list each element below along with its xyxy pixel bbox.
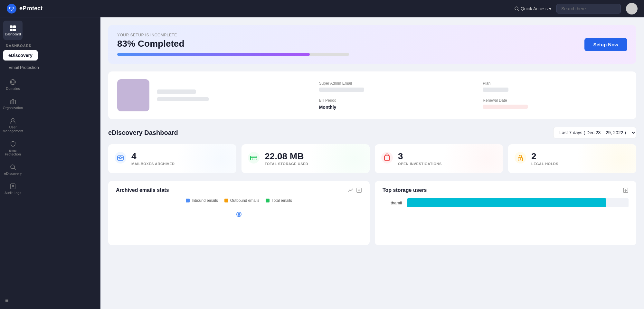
storage-bar-fill (407, 198, 606, 207)
mailboxes-icon (115, 152, 126, 166)
renewal-date-value (483, 105, 528, 109)
svg-point-14 (12, 118, 14, 121)
investigations-icon (381, 152, 393, 166)
total-label: Total emails (271, 198, 292, 203)
svg-rect-4 (10, 25, 13, 28)
legal-holds-number: 2 (531, 152, 558, 162)
email-protection-icon-label: Email Protection (4, 148, 22, 156)
top-storage-users-title: Top storage users (383, 187, 427, 193)
top-storage-actions (623, 187, 629, 193)
svg-point-30 (254, 158, 255, 159)
sidebar-top-section: DASHBOARD eDiscovery Email Protection (0, 42, 100, 73)
top-storage-users-header: Top storage users (383, 187, 629, 193)
svg-rect-11 (10, 101, 12, 104)
charts-grid: Archived emails stats (108, 181, 636, 245)
stat-bg-storage (293, 144, 370, 173)
svg-line-16 (14, 168, 16, 170)
dashboard-label: Dashboard (5, 33, 21, 36)
storage-bar-container (407, 198, 629, 207)
sidebar-item-user-management[interactable]: User Management (3, 114, 23, 136)
chevron-down-icon: ▾ (549, 6, 551, 11)
audit-logs-label: Audit Logs (5, 191, 21, 195)
ediscovery-section: eDiscovery Dashboard Last 7 days ( Dec 2… (108, 127, 636, 245)
svg-point-29 (252, 158, 253, 159)
archived-emails-legend: Inbound emails Outbound emails Total ema… (116, 198, 362, 203)
email-protection-nav-item[interactable]: Email Protection (3, 62, 97, 73)
svg-point-35 (520, 158, 521, 160)
svg-rect-5 (13, 25, 16, 28)
profile-avatar (117, 79, 149, 111)
app-name: eProtect (19, 5, 43, 12)
storage-users-list: thamil (383, 198, 629, 207)
legend-inbound: Inbound emails (186, 198, 218, 203)
sidebar: Dashboard DASHBOARD eDiscovery Email Pro… (0, 17, 100, 309)
sidebar-item-ediscovery[interactable]: eDiscovery (3, 161, 23, 179)
plan-item: Plan (483, 81, 627, 92)
search-input[interactable] (556, 4, 621, 14)
trend-icon[interactable] (348, 187, 354, 193)
inbound-dot (186, 199, 190, 202)
renewal-date-label: Renewal Date (483, 98, 627, 103)
nav-right: Quick Access ▾ (514, 3, 638, 14)
collapse-sidebar-button[interactable]: ≡ (5, 297, 9, 304)
ediscovery-section-title: eDiscovery Dashboard (108, 129, 178, 136)
globe-icon (10, 79, 16, 85)
ediscovery-label: eDiscovery (4, 172, 22, 175)
legend-total: Total emails (266, 198, 292, 203)
legend-outbound: Outbound emails (224, 198, 260, 203)
svg-rect-7 (13, 29, 16, 31)
domains-label: Domains (6, 87, 20, 90)
progress-bar-container (117, 53, 349, 56)
super-admin-email-value (319, 88, 364, 92)
sidebar-item-domains[interactable]: Domains (3, 76, 23, 94)
logo-area: 🛡 eProtect (6, 4, 514, 14)
sidebar-item-organization[interactable]: Organization (3, 95, 23, 113)
dashboard-icon (9, 25, 16, 32)
legal-holds-icon (515, 152, 526, 166)
archived-emails-chart: Archived emails stats (108, 181, 370, 245)
export-icon[interactable] (356, 187, 362, 193)
storage-icon (248, 152, 260, 166)
stat-card-investigations: 3 OPEN INVESTIGATIONS (375, 144, 503, 173)
outbound-dot (224, 199, 228, 202)
total-dot (266, 199, 270, 202)
setup-now-button[interactable]: Setup Now (584, 38, 628, 51)
super-admin-email-label: Super Admin Email (319, 81, 464, 86)
ediscovery-tab-button[interactable]: eDiscovery (3, 50, 38, 61)
export-icon-2[interactable] (623, 187, 629, 193)
quick-access-label: Quick Access (521, 6, 548, 11)
stat-card-storage: 22.08 MB TOTAL STORAGE USED (242, 144, 370, 173)
user-icon (10, 117, 16, 124)
stat-bg-mailboxes (159, 144, 236, 173)
top-storage-users-chart: Top storage users thamil (375, 181, 636, 245)
profile-meta: Super Admin Email Plan Bill Period Month… (319, 81, 627, 110)
audit-logs-icon (10, 183, 16, 190)
super-admin-email-item: Super Admin Email (319, 81, 464, 92)
main-layout: Dashboard DASHBOARD eDiscovery Email Pro… (0, 17, 644, 309)
svg-rect-13 (14, 100, 15, 104)
setup-percent-text: 83% Completed (117, 39, 349, 49)
date-range-select[interactable]: Last 7 days ( Dec 23 – 29, 2022 ) Last 3… (553, 127, 636, 138)
storage-user-row-thamil: thamil (383, 198, 629, 207)
dashboard-section-label: DASHBOARD (3, 42, 97, 49)
avatar (626, 3, 638, 14)
stats-grid: 4 MAILBOXES ARCHIVED (108, 144, 636, 173)
setup-banner-left: YOUR SETUP IS INCOMPLETE 83% Completed (117, 33, 349, 56)
archived-emails-actions (348, 187, 362, 193)
sidebar-item-audit-logs[interactable]: Audit Logs (3, 180, 23, 198)
sidebar-item-dashboard[interactable]: Dashboard (3, 21, 23, 40)
plan-value (483, 88, 508, 92)
renewal-date-item: Renewal Date (483, 98, 627, 110)
setup-banner: YOUR SETUP IS INCOMPLETE 83% Completed S… (108, 25, 636, 64)
stat-info-legal-holds: 2 LEGAL HOLDS (531, 152, 558, 166)
sidebar-item-email-protection[interactable]: Email Protection (3, 137, 23, 159)
organization-label: Organization (3, 106, 23, 110)
inbound-label: Inbound emails (192, 198, 218, 203)
quick-access-button[interactable]: Quick Access ▾ (514, 6, 551, 11)
archived-emails-chart-area (116, 209, 362, 216)
org-icon (10, 98, 16, 105)
storage-user-name: thamil (383, 201, 402, 205)
sidebar-icons-section: Domains Organization User Managem (0, 73, 100, 201)
archived-emails-header: Archived emails stats (116, 187, 362, 193)
archived-emails-title: Archived emails stats (116, 187, 169, 193)
